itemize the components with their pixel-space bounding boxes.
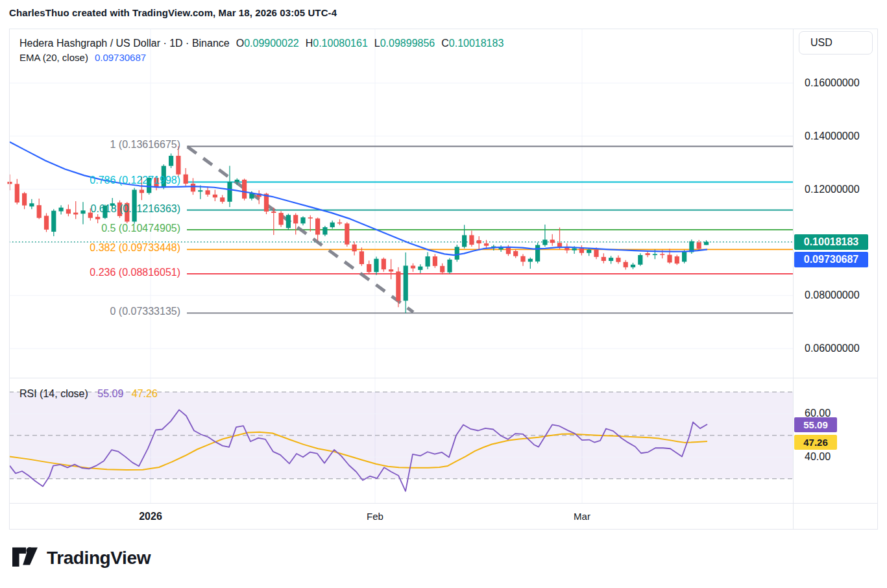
candle-body (426, 256, 430, 267)
candle-body (300, 217, 305, 223)
ema-price-badge: 0.09730687 (794, 252, 868, 267)
fib-level-label: 0.618 (0.11216363) (0, 203, 180, 215)
frame-right-border (877, 29, 878, 529)
tradingview-snapshot: CharlesThuo created with TradingView.com… (0, 0, 887, 588)
candle-body (227, 182, 232, 202)
candle-body (653, 254, 657, 255)
candle-body (411, 265, 415, 268)
ohlc-value: 0.09900022 (244, 38, 299, 49)
rsi-value: 55.09 (97, 388, 123, 399)
ema-label: EMA (20, close) (19, 52, 88, 63)
ohlc-value: 0.09899856 (380, 38, 435, 49)
candle-body (213, 195, 217, 197)
candle-body (579, 248, 584, 252)
ema-line[interactable] (10, 142, 707, 255)
ohlc-key: C (441, 38, 449, 49)
candle-body (359, 251, 364, 264)
price-axis-label: 0.12000000 (805, 184, 860, 195)
price-axis-label: 0.06000000 (805, 343, 860, 354)
candle-body (616, 258, 620, 262)
candle-body (330, 223, 335, 227)
candle-body (646, 253, 650, 255)
candle-body (433, 256, 437, 266)
price-axis-label: 0.16000000 (805, 77, 860, 89)
currency-button[interactable]: USD (799, 31, 873, 55)
pane-separator[interactable] (9, 378, 878, 378)
candle-body (242, 180, 247, 199)
candle-body (624, 262, 628, 267)
fib-level-label: 0.382 (0.09733448) (0, 242, 180, 254)
candle-body (594, 250, 598, 257)
candle-body (345, 223, 349, 244)
time-axis-separator (9, 503, 878, 504)
candle-body (374, 259, 378, 272)
candle-body (447, 260, 452, 273)
frame-top-border (9, 29, 878, 29)
candle-body (337, 223, 342, 224)
last-price-badge: 0.10018183 (794, 234, 868, 250)
candle-body (462, 235, 467, 247)
candle-body (249, 193, 254, 199)
fib-level-label: 0.5 (0.10474905) (0, 223, 180, 234)
candle-body (675, 256, 679, 263)
candle-body (484, 243, 489, 246)
ema-value: 0.09730687 (95, 52, 146, 63)
candle-body (542, 239, 547, 245)
candle-body (609, 258, 613, 261)
candle-body (271, 212, 276, 213)
tradingview-logo[interactable]: TradingView (12, 546, 151, 570)
candle-body (367, 264, 371, 272)
candle-body (477, 240, 481, 243)
price-axis-label: 0.14000000 (805, 130, 860, 142)
candle-body (697, 242, 701, 249)
frame-bottom-border (9, 529, 878, 530)
candle-body (169, 156, 173, 166)
ohlc-key: L (374, 38, 380, 49)
rsi-legend: RSI (14, close) 55.09 47.26 (19, 388, 158, 400)
candle-body (308, 217, 313, 219)
candle-body (198, 190, 202, 191)
candle-body (440, 266, 444, 273)
tradingview-logo-text: TradingView (47, 548, 151, 569)
candle-body (176, 156, 180, 175)
candle-body (286, 215, 291, 228)
candle-body (638, 255, 642, 265)
candle-body (382, 259, 386, 269)
candle-body (455, 247, 459, 260)
candle-body (191, 184, 195, 191)
candle-body (95, 217, 100, 219)
rsi-ma-value-badge: 47.26 (794, 435, 837, 450)
fib-level-label: 0.786 (0.12271998) (0, 175, 180, 186)
candle-body (352, 245, 357, 252)
candle-body (660, 254, 664, 255)
candle-body (513, 251, 518, 256)
candle-body (601, 257, 606, 261)
fib-level-label: 0 (0.07333135) (0, 306, 180, 317)
time-axis-label: Mar (574, 511, 590, 522)
chart-canvas[interactable] (0, 0, 887, 588)
candle-body (572, 248, 577, 250)
candle-body (520, 256, 525, 262)
candle-body (279, 213, 284, 225)
price-axis-separator (793, 29, 794, 529)
candle-body (235, 180, 239, 182)
symbol-title: Hedera Hashgraph / US Dollar · 1D · Bina… (19, 38, 230, 49)
ohlc-key: O (236, 38, 244, 49)
ohlc-key: H (306, 38, 313, 49)
fib-level-label: 1 (0.13616675) (0, 139, 180, 151)
frame-left-border (9, 29, 10, 529)
rsi-axis-label: 40.00 (805, 451, 831, 463)
candle-body (220, 197, 225, 202)
candle-body (631, 265, 635, 267)
rsi-ma-value: 47.26 (132, 388, 158, 399)
rsi-value-badge: 55.09 (794, 417, 837, 432)
candle-body (528, 259, 533, 262)
candle-body (389, 269, 393, 271)
candle-body (184, 175, 188, 184)
candle-body (535, 245, 540, 261)
candle-body (315, 219, 320, 235)
candle-body (469, 235, 474, 245)
ohlc-value: 0.10018183 (449, 38, 504, 49)
candle-body (704, 242, 709, 245)
candle-body (15, 184, 19, 202)
